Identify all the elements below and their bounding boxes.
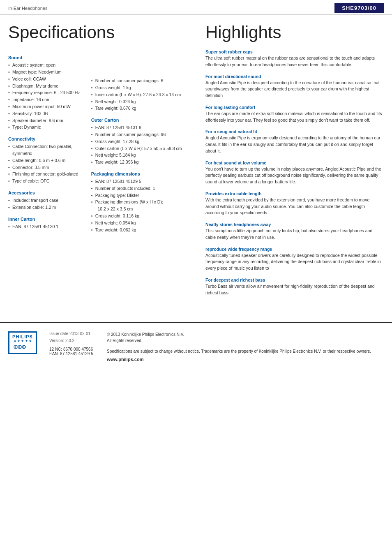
- spec-item: Maximum power input: 50 mW: [8, 103, 87, 110]
- highlights-title: Highlights: [205, 23, 384, 42]
- specs-left: Sound Acoustic system: open Magnet type:…: [8, 49, 91, 233]
- spec-item: Packaging type: Blister: [91, 192, 189, 199]
- svg-point-1: [15, 347, 16, 348]
- highlights-column: Highlights Super soft rubber caps The ul…: [197, 15, 392, 310]
- highlight-title: Provides extra cable length: [205, 191, 384, 196]
- connectivity-heading: Connectivity: [8, 136, 87, 141]
- highlight-long-lasting: For long-lasting comfort The ear caps ar…: [205, 105, 384, 124]
- spec-item: Impedance: 16 ohm: [8, 96, 87, 103]
- philips-emblem-icon: [12, 343, 33, 351]
- philips-stars: ★ ★ ★ ★ ★: [14, 339, 32, 343]
- footer-website: www.philips.com: [107, 357, 384, 362]
- version: Version: 2.0.2: [49, 338, 99, 343]
- copyright-text: © 2013 Koninklijke Philips Electronics N…: [107, 331, 384, 338]
- highlight-frequency: reproduce wide frequency range Acoustica…: [205, 247, 384, 272]
- sound-heading: Sound: [8, 55, 87, 60]
- highlight-low-volume: For best sound at low volume You don't h…: [205, 160, 384, 185]
- outer-carton-heading: Outer Carton: [91, 118, 189, 123]
- highlight-title: Neatly stores headphones away: [205, 222, 384, 227]
- philips-logo: PHILIPS ★ ★ ★ ★ ★: [8, 331, 37, 354]
- svg-point-5: [23, 347, 25, 348]
- highlight-text: Acoustically tuned speaker drivers are c…: [205, 252, 384, 272]
- spec-item: EAN: 87 12581 45131 8: [91, 124, 189, 131]
- footer-logo: PHILIPS ★ ★ ★ ★ ★: [8, 331, 41, 354]
- spec-item: Diaphragm: Mylar dome: [8, 83, 87, 90]
- spec-item: Gross weight: 1 kg: [91, 84, 189, 91]
- highlight-text: Turbo Bass air vents allow air movement …: [205, 283, 384, 296]
- footer-legal-text: Specifications are subject to change wit…: [107, 348, 384, 354]
- highlight-title: reproduce wide frequency range: [205, 247, 384, 252]
- footer-copyright: © 2013 Koninklijke Philips Electronics N…: [107, 331, 384, 344]
- spec-item: Outer carton (L x W x H): 57 x 50.5 x 58…: [91, 145, 189, 152]
- spec-item: EAN: 87 12581 45129 5: [91, 178, 189, 185]
- specs-title: Specifications: [8, 23, 189, 42]
- spec-item: Acoustic system: open: [8, 62, 87, 69]
- highlight-title: For deepest and richest bass: [205, 278, 384, 282]
- spec-item: Included: transport case: [8, 197, 87, 204]
- spec-item: Frequency response: 6 - 23 500 Hz: [8, 89, 87, 96]
- spec-item: Number of consumer packagings: 6: [91, 77, 189, 84]
- spec-item: Magnet type: Neodymium: [8, 69, 87, 76]
- spec-item: Sensitivity: 103 dB: [8, 110, 87, 117]
- specs-columns: Sound Acoustic system: open Magnet type:…: [8, 49, 189, 233]
- spec-item: Gross weight: 0.116 kg: [91, 213, 189, 220]
- highlight-cable-length: Provides extra cable length With the ext…: [205, 191, 384, 216]
- inner-carton-heading: Inner Carton: [8, 217, 87, 222]
- spec-item: Packaging dimensions (W x H x D): 10.2 x…: [91, 199, 189, 213]
- spec-item: Nett weight: 5.184 kg: [91, 152, 189, 159]
- outer-carton-list: EAN: 87 12581 45131 8 Number of consumer…: [91, 124, 189, 166]
- spec-item: Tare weight: 12.096 kg: [91, 159, 189, 166]
- spec-item: Cable Connection: two-parallel, symmetri…: [8, 143, 87, 157]
- footer-details: Issue date 2013-02-01 Version: 2.0.2 12 …: [49, 331, 384, 362]
- model-number: SHE9703/00: [334, 3, 384, 13]
- spec-item: Tare weight: 0.676 kg: [91, 105, 189, 112]
- accessories-heading: Accessories: [8, 190, 87, 195]
- highlight-title: Super soft rubber caps: [205, 49, 384, 54]
- footer-nc: 12 NC: 8670 000 47566 EAN: 87 12581 4512…: [49, 347, 99, 356]
- specs-column: Specifications Sound Acoustic system: op…: [0, 15, 197, 310]
- inner-carton-continued: Number of consumer packagings: 6 Gross w…: [91, 77, 189, 112]
- spec-item: Tare weight: 0.062 kg: [91, 227, 189, 234]
- highlight-text: With the extra length provided by the ex…: [205, 197, 384, 216]
- highlight-title: For a snug and natural fit: [205, 129, 384, 134]
- highlight-snug-fit: For a snug and natural fit Angled Acoust…: [205, 129, 384, 154]
- spec-item: EAN: 87 12581 45130 1: [8, 223, 87, 230]
- sound-list: Acoustic system: open Magnet type: Neody…: [8, 62, 87, 131]
- spec-item: Speaker diameter: 8.6 mm: [8, 117, 87, 124]
- highlight-text: This sumptuous little zip pouch not only…: [205, 228, 384, 241]
- spec-item: Finishing of connector: gold-plated: [8, 171, 87, 178]
- spec-item: Type of cable: OFC: [8, 178, 87, 185]
- main-content: Specifications Sound Acoustic system: op…: [0, 15, 392, 310]
- spec-item: Connector: 3.5 mm: [8, 164, 87, 171]
- highlight-text: The ear caps are made of extra soft sili…: [205, 111, 384, 124]
- packaging-list: EAN: 87 12581 45129 5 Number of products…: [91, 178, 189, 233]
- specs-right: Number of consumer packagings: 6 Gross w…: [91, 49, 189, 233]
- spec-item: Voice coil: CCAW: [8, 76, 87, 83]
- highlight-directional: For most directional sound Angled Acoust…: [205, 74, 384, 99]
- spec-item: Cable length: 0.6 m + 0.6 m: [8, 157, 87, 164]
- highlight-super-soft: Super soft rubber caps The ultra soft ru…: [205, 49, 384, 68]
- highlight-text: Angled Acoustic Pipe is designed accordi…: [205, 80, 384, 99]
- ean-number: EAN: 87 12581 45129 5: [49, 352, 99, 356]
- highlight-title: For best sound at low volume: [205, 160, 384, 165]
- nc-number: 12 NC: 8670 000 47566: [49, 347, 99, 352]
- footer-col2: © 2013 Koninklijke Philips Electronics N…: [107, 331, 384, 362]
- inner-carton-list: EAN: 87 12581 45130 1: [8, 223, 87, 230]
- highlight-title: For most directional sound: [205, 74, 384, 79]
- spec-item: Nett weight: 0.324 kg: [91, 98, 189, 105]
- highlight-stores: Neatly stores headphones away This sumpt…: [205, 222, 384, 241]
- spec-item: Number of consumer packagings: 96: [91, 131, 189, 138]
- page-header: In-Ear Headphones SHE9703/00: [0, 0, 392, 15]
- product-type: In-Ear Headphones: [8, 6, 47, 11]
- packaging-heading: Packaging dimensions: [91, 171, 189, 176]
- spec-item: Gross weight: 17.28 kg: [91, 138, 189, 145]
- spec-item: Type: Dynamic: [8, 124, 87, 131]
- philips-wordmark: PHILIPS: [12, 334, 33, 339]
- highlight-text: The ultra soft rubber material on the ru…: [205, 55, 384, 68]
- highlight-title: For long-lasting comfort: [205, 105, 384, 110]
- highlight-bass: For deepest and richest bass Turbo Bass …: [205, 278, 384, 296]
- page-footer: PHILIPS ★ ★ ★ ★ ★ Issue date 2013-02-01 …: [0, 322, 392, 370]
- spec-item: Nett weight: 0.054 kg: [91, 220, 189, 227]
- connectivity-list: Cable Connection: two-parallel, symmetri…: [8, 143, 87, 185]
- svg-point-3: [19, 347, 21, 348]
